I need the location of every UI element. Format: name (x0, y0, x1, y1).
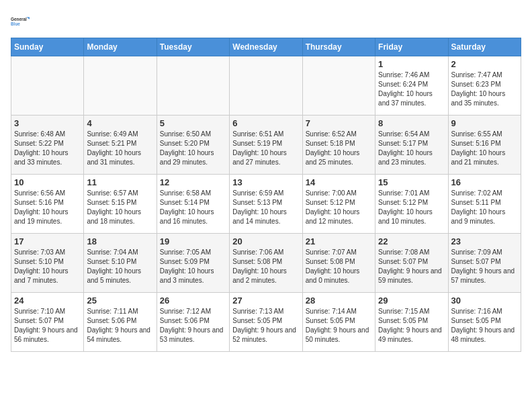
day-info: Sunrise: 6:49 AM Sunset: 5:21 PM Dayligh… (87, 130, 153, 167)
day-number: 24 (14, 295, 81, 306)
weekday-header-friday: Friday (375, 38, 448, 56)
day-cell-9: 9Sunrise: 6:55 AM Sunset: 5:16 PM Daylig… (448, 116, 521, 175)
day-cell-10: 10Sunrise: 6:56 AM Sunset: 5:16 PM Dayli… (11, 175, 84, 234)
day-number: 1 (378, 59, 445, 69)
day-info: Sunrise: 6:54 AM Sunset: 5:17 PM Dayligh… (378, 130, 445, 167)
day-cell-14: 14Sunrise: 7:00 AM Sunset: 5:12 PM Dayli… (302, 175, 375, 234)
day-number: 11 (87, 177, 153, 187)
day-number: 28 (306, 295, 372, 306)
day-number: 25 (87, 295, 153, 306)
empty-cell (302, 56, 375, 116)
day-info: Sunrise: 7:07 AM Sunset: 5:08 PM Dayligh… (306, 248, 372, 285)
weekday-header-monday: Monday (84, 38, 157, 56)
day-cell-25: 25Sunrise: 7:11 AM Sunset: 5:06 PM Dayli… (84, 293, 157, 352)
day-cell-8: 8Sunrise: 6:54 AM Sunset: 5:17 PM Daylig… (375, 116, 448, 175)
header: GeneralBlue (11, 11, 521, 32)
day-cell-20: 20Sunrise: 7:06 AM Sunset: 5:08 PM Dayli… (230, 234, 302, 293)
day-cell-16: 16Sunrise: 7:02 AM Sunset: 5:11 PM Dayli… (448, 175, 521, 234)
day-number: 29 (378, 295, 445, 306)
day-cell-4: 4Sunrise: 6:49 AM Sunset: 5:21 PM Daylig… (84, 116, 157, 175)
day-info: Sunrise: 6:50 AM Sunset: 5:20 PM Dayligh… (160, 130, 226, 167)
day-info: Sunrise: 6:48 AM Sunset: 5:22 PM Dayligh… (14, 130, 81, 167)
week-row-3: 10Sunrise: 6:56 AM Sunset: 5:16 PM Dayli… (11, 175, 521, 234)
week-row-2: 3Sunrise: 6:48 AM Sunset: 5:22 PM Daylig… (11, 116, 521, 175)
day-cell-21: 21Sunrise: 7:07 AM Sunset: 5:08 PM Dayli… (302, 234, 375, 293)
day-info: Sunrise: 7:05 AM Sunset: 5:09 PM Dayligh… (160, 248, 226, 285)
day-info: Sunrise: 7:00 AM Sunset: 5:12 PM Dayligh… (306, 189, 372, 226)
day-number: 20 (232, 236, 299, 246)
weekday-header-saturday: Saturday (448, 38, 521, 56)
day-number: 12 (160, 177, 226, 187)
day-cell-29: 29Sunrise: 7:15 AM Sunset: 5:05 PM Dayli… (375, 293, 448, 352)
day-number: 16 (451, 177, 518, 187)
day-cell-27: 27Sunrise: 7:13 AM Sunset: 5:05 PM Dayli… (230, 293, 302, 352)
day-cell-12: 12Sunrise: 6:58 AM Sunset: 5:14 PM Dayli… (157, 175, 229, 234)
day-number: 15 (378, 177, 445, 187)
day-number: 6 (232, 118, 299, 128)
day-cell-24: 24Sunrise: 7:10 AM Sunset: 5:07 PM Dayli… (11, 293, 84, 352)
day-number: 30 (451, 295, 518, 306)
day-number: 9 (451, 118, 518, 128)
day-cell-6: 6Sunrise: 6:51 AM Sunset: 5:19 PM Daylig… (230, 116, 302, 175)
weekday-header-wednesday: Wednesday (230, 38, 302, 56)
day-cell-17: 17Sunrise: 7:03 AM Sunset: 5:10 PM Dayli… (11, 234, 84, 293)
svg-text:Blue: Blue (11, 21, 20, 26)
day-info: Sunrise: 7:09 AM Sunset: 5:07 PM Dayligh… (451, 248, 518, 285)
day-info: Sunrise: 6:51 AM Sunset: 5:19 PM Dayligh… (232, 130, 299, 167)
day-cell-23: 23Sunrise: 7:09 AM Sunset: 5:07 PM Dayli… (448, 234, 521, 293)
day-info: Sunrise: 7:04 AM Sunset: 5:10 PM Dayligh… (87, 248, 153, 285)
day-info: Sunrise: 7:01 AM Sunset: 5:12 PM Dayligh… (378, 189, 445, 226)
day-cell-5: 5Sunrise: 6:50 AM Sunset: 5:20 PM Daylig… (157, 116, 229, 175)
day-number: 3 (14, 118, 81, 128)
weekday-header-thursday: Thursday (302, 38, 375, 56)
week-row-5: 24Sunrise: 7:10 AM Sunset: 5:07 PM Dayli… (11, 293, 521, 352)
day-number: 18 (87, 236, 153, 246)
day-number: 7 (306, 118, 372, 128)
day-info: Sunrise: 6:58 AM Sunset: 5:14 PM Dayligh… (160, 189, 226, 226)
day-info: Sunrise: 6:56 AM Sunset: 5:16 PM Dayligh… (14, 189, 81, 226)
day-number: 19 (160, 236, 226, 246)
day-number: 2 (451, 59, 518, 69)
day-info: Sunrise: 6:59 AM Sunset: 5:13 PM Dayligh… (232, 189, 299, 226)
day-number: 13 (232, 177, 299, 187)
day-number: 4 (87, 118, 153, 128)
day-info: Sunrise: 7:02 AM Sunset: 5:11 PM Dayligh… (451, 189, 518, 226)
day-number: 21 (306, 236, 372, 246)
day-number: 23 (451, 236, 518, 246)
day-cell-30: 30Sunrise: 7:16 AM Sunset: 5:05 PM Dayli… (448, 293, 521, 352)
day-cell-11: 11Sunrise: 6:57 AM Sunset: 5:15 PM Dayli… (84, 175, 157, 234)
day-info: Sunrise: 7:15 AM Sunset: 5:05 PM Dayligh… (378, 307, 445, 345)
day-info: Sunrise: 7:12 AM Sunset: 5:06 PM Dayligh… (160, 307, 226, 345)
logo: GeneralBlue (11, 11, 32, 32)
day-info: Sunrise: 7:11 AM Sunset: 5:06 PM Dayligh… (87, 307, 153, 345)
logo-icon: GeneralBlue (11, 11, 32, 32)
day-cell-2: 2Sunrise: 7:47 AM Sunset: 6:23 PM Daylig… (448, 56, 521, 116)
day-number: 26 (160, 295, 226, 306)
weekday-header-tuesday: Tuesday (157, 38, 229, 56)
svg-marker-2 (26, 17, 30, 19)
day-info: Sunrise: 7:06 AM Sunset: 5:08 PM Dayligh… (232, 248, 299, 285)
day-cell-18: 18Sunrise: 7:04 AM Sunset: 5:10 PM Dayli… (84, 234, 157, 293)
day-cell-28: 28Sunrise: 7:14 AM Sunset: 5:05 PM Dayli… (302, 293, 375, 352)
day-info: Sunrise: 7:46 AM Sunset: 6:24 PM Dayligh… (378, 71, 445, 108)
day-info: Sunrise: 7:10 AM Sunset: 5:07 PM Dayligh… (14, 307, 81, 345)
day-info: Sunrise: 7:13 AM Sunset: 5:05 PM Dayligh… (232, 307, 299, 345)
weekday-header-sunday: Sunday (11, 38, 84, 56)
day-cell-13: 13Sunrise: 6:59 AM Sunset: 5:13 PM Dayli… (230, 175, 302, 234)
calendar: SundayMondayTuesdayWednesdayThursdayFrid… (11, 38, 521, 352)
empty-cell (230, 56, 302, 116)
day-cell-3: 3Sunrise: 6:48 AM Sunset: 5:22 PM Daylig… (11, 116, 84, 175)
day-info: Sunrise: 6:52 AM Sunset: 5:18 PM Dayligh… (306, 130, 372, 167)
day-number: 22 (378, 236, 445, 246)
day-info: Sunrise: 7:47 AM Sunset: 6:23 PM Dayligh… (451, 71, 518, 108)
day-cell-19: 19Sunrise: 7:05 AM Sunset: 5:09 PM Dayli… (157, 234, 229, 293)
week-row-1: 1Sunrise: 7:46 AM Sunset: 6:24 PM Daylig… (11, 56, 521, 116)
day-number: 17 (14, 236, 81, 246)
day-info: Sunrise: 7:14 AM Sunset: 5:05 PM Dayligh… (306, 307, 372, 345)
day-number: 14 (306, 177, 372, 187)
day-number: 5 (160, 118, 226, 128)
empty-cell (84, 56, 157, 116)
day-number: 27 (232, 295, 299, 306)
day-info: Sunrise: 7:16 AM Sunset: 5:05 PM Dayligh… (451, 307, 518, 345)
weekday-header-row: SundayMondayTuesdayWednesdayThursdayFrid… (11, 38, 521, 56)
